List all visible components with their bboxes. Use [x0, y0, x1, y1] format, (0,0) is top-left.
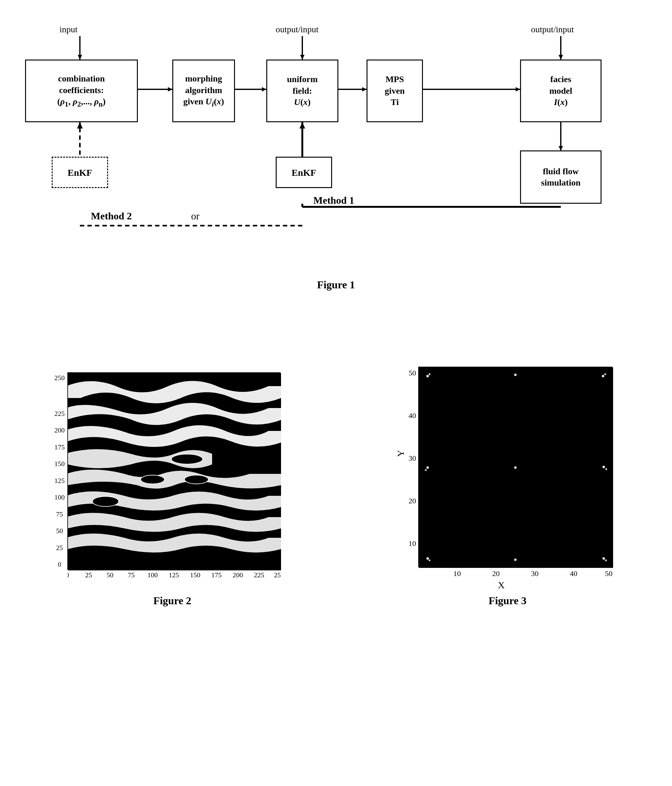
- svg-text:100: 100: [148, 571, 158, 579]
- svg-text:125: 125: [55, 477, 65, 484]
- box-mps: MPSgivenTi: [367, 60, 423, 122]
- svg-point-64: [425, 469, 427, 471]
- svg-point-66: [605, 468, 607, 470]
- svg-text:250: 250: [55, 374, 65, 382]
- svg-text:50: 50: [107, 571, 113, 579]
- figure2-caption: Figure 2: [153, 595, 191, 607]
- box-uniform: uniformfield:U(x): [266, 60, 338, 122]
- svg-text:75: 75: [128, 571, 135, 579]
- figure3-wrapper: Y 50 40 30 20 10: [395, 360, 620, 607]
- svg-text:Method 2: Method 2: [91, 210, 132, 222]
- svg-text:50: 50: [408, 369, 416, 377]
- svg-point-39: [141, 475, 165, 484]
- box-enkf1: EnKF: [276, 157, 332, 188]
- svg-marker-13: [559, 55, 563, 60]
- svg-text:30: 30: [408, 454, 416, 462]
- svg-text:40: 40: [408, 412, 416, 420]
- svg-point-61: [602, 375, 604, 377]
- figure3-x-label: X: [498, 580, 505, 590]
- svg-text:Method 1: Method 1: [313, 195, 354, 206]
- svg-text:175: 175: [55, 443, 65, 451]
- svg-text:50: 50: [56, 527, 63, 534]
- svg-text:20: 20: [408, 497, 416, 505]
- svg-text:10: 10: [408, 539, 416, 547]
- svg-text:25: 25: [56, 544, 63, 552]
- svg-text:40: 40: [570, 569, 578, 578]
- svg-point-68: [429, 560, 430, 561]
- box-fluid-flow: fluid flow simulation: [520, 151, 601, 204]
- svg-text:225: 225: [55, 410, 65, 417]
- svg-text:25: 25: [85, 571, 92, 579]
- svg-point-73: [514, 558, 517, 561]
- svg-text:150: 150: [190, 571, 201, 579]
- svg-text:250: 250: [274, 571, 281, 579]
- svg-point-65: [603, 466, 605, 468]
- svg-marker-15: [300, 55, 305, 60]
- svg-marker-11: [559, 146, 563, 151]
- svg-marker-3: [168, 87, 172, 91]
- figure3-caption: Figure 3: [488, 595, 526, 607]
- svg-point-38: [171, 454, 203, 464]
- svg-point-70: [605, 560, 607, 561]
- svg-point-72: [514, 466, 517, 469]
- svg-point-41: [93, 497, 119, 506]
- output-input-label-2: output/input: [531, 24, 574, 35]
- svg-text:175: 175: [212, 571, 222, 579]
- svg-marker-9: [516, 87, 520, 91]
- figure3-plot: [418, 367, 612, 567]
- svg-text:125: 125: [169, 571, 179, 579]
- svg-marker-19: [77, 122, 83, 129]
- svg-text:150: 150: [55, 460, 65, 468]
- svg-text:30: 30: [531, 569, 539, 578]
- svg-text:20: 20: [492, 569, 500, 578]
- figure2-plot: [68, 372, 280, 570]
- diagram-arrows: or Method 2 Method 1: [19, 19, 653, 269]
- svg-text:0: 0: [58, 560, 61, 568]
- svg-point-67: [426, 557, 429, 560]
- svg-text:200: 200: [55, 426, 65, 434]
- svg-text:75: 75: [56, 510, 63, 518]
- svg-point-60: [429, 373, 430, 375]
- box-enkf2: EnKF: [52, 157, 108, 188]
- svg-point-59: [426, 375, 429, 377]
- svg-text:10: 10: [453, 569, 461, 578]
- figures-bottom-area: 0 25 50 75 100 125 150 175 200 225 250: [19, 360, 653, 607]
- figure1-area: or Method 2 Method 1 input output/input …: [19, 19, 653, 316]
- diagram-container: or Method 2 Method 1 input output/input …: [19, 19, 653, 269]
- svg-point-69: [603, 557, 605, 560]
- output-input-label-1: output/input: [276, 24, 319, 35]
- svg-text:225: 225: [254, 571, 264, 579]
- figure1-caption: Figure 1: [19, 279, 653, 291]
- svg-text:200: 200: [233, 571, 243, 579]
- svg-marker-5: [262, 87, 266, 91]
- svg-text:100: 100: [55, 493, 65, 501]
- svg-point-71: [514, 374, 517, 376]
- svg-text:0: 0: [68, 571, 69, 579]
- figure2-wrapper: 0 25 50 75 100 125 150 175 200 225 250: [50, 366, 295, 607]
- svg-point-63: [426, 466, 429, 469]
- svg-point-40: [185, 475, 208, 484]
- input-label: input: [60, 24, 78, 35]
- box-combination: combinationcoefficients:(ρ1, ρ2,..., ρn): [25, 60, 138, 122]
- svg-text:50: 50: [605, 569, 612, 578]
- svg-point-62: [604, 373, 606, 375]
- svg-marker-7: [362, 87, 367, 91]
- svg-text:or: or: [191, 210, 199, 222]
- svg-marker-1: [78, 55, 82, 60]
- svg-marker-17: [300, 122, 305, 129]
- box-morphing: morphingalgorithmgiven Ui(x): [172, 60, 235, 122]
- box-facies: faciesmodelI(x): [520, 60, 601, 122]
